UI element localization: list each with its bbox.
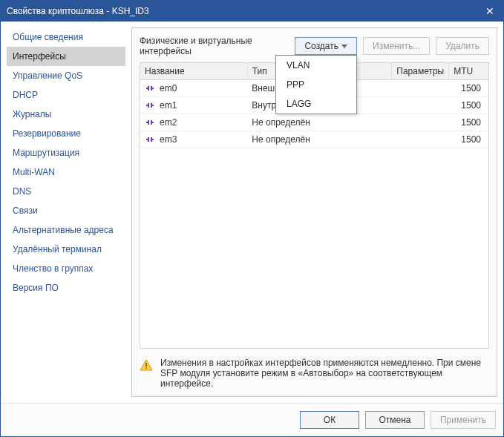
dialog-body: Общие сведения Интерфейсы Управление QoS…	[1, 22, 503, 403]
section-label: Физические и виртуальные интерфейсы	[140, 36, 289, 56]
content-panel: Физические и виртуальные интерфейсы Созд…	[131, 27, 497, 397]
iface-name: em2	[160, 117, 177, 128]
col-header-name[interactable]: Название	[140, 63, 247, 80]
menu-item-vlan[interactable]: VLAN	[276, 56, 356, 75]
iface-type: Не определён	[247, 114, 321, 131]
sidebar-item-routing[interactable]: Маршрутизация	[7, 143, 125, 162]
table-row[interactable]: em3 Не определён 1500	[140, 131, 488, 148]
sidebar-item-qos[interactable]: Управление QoS	[7, 66, 125, 85]
iface-name: em1	[160, 100, 177, 111]
sidebar-item-backup[interactable]: Резервирование	[7, 124, 125, 143]
sidebar-item-groups[interactable]: Членство в группах	[7, 259, 125, 278]
iface-type: Не определён	[247, 131, 321, 148]
iface-name: em3	[160, 134, 177, 145]
iface-params	[392, 80, 449, 97]
toolbar: Физические и виртуальные интерфейсы Созд…	[140, 36, 489, 56]
iface-mtu: 1500	[449, 80, 488, 97]
col-header-mtu[interactable]: MTU	[449, 63, 488, 80]
iface-mtu: 1500	[449, 114, 488, 131]
sidebar-item-version[interactable]: Версия ПО	[7, 278, 125, 298]
table-row[interactable]: em2 Не определён 1500	[140, 114, 488, 131]
sidebar-item-interfaces[interactable]: Интерфейсы	[7, 47, 125, 66]
iface-name: em0	[160, 83, 177, 93]
sidebar-item-dns[interactable]: DNS	[7, 182, 125, 201]
sidebar-item-alt-addresses[interactable]: Альтернативные адреса	[7, 220, 125, 240]
iface-mtu: 1500	[449, 131, 488, 148]
col-header-params[interactable]: Параметры	[392, 63, 449, 80]
delete-button-label: Удалить	[445, 41, 480, 51]
network-interface-icon	[145, 119, 155, 126]
chevron-down-icon	[341, 45, 347, 48]
notice: Изменения в настройках интерфейсов приме…	[140, 355, 489, 389]
close-icon: ✕	[485, 6, 494, 16]
sidebar-item-general[interactable]: Общие сведения	[7, 27, 125, 47]
titlebar: Свойства криптошлюза - KSH_ID3 ✕	[1, 1, 503, 22]
dialog-window: Свойства криптошлюза - KSH_ID3 ✕ Общие с…	[0, 0, 504, 437]
svg-rect-0	[145, 363, 147, 367]
edit-button-label: Изменить...	[373, 41, 420, 51]
edit-button: Изменить...	[363, 37, 430, 55]
network-interface-icon	[145, 85, 155, 92]
sidebar-item-remote-terminal[interactable]: Удалённый терминал	[7, 240, 125, 259]
iface-cell: em0	[145, 83, 243, 93]
menu-item-lagg[interactable]: LAGG	[276, 94, 356, 114]
warning-icon	[140, 359, 153, 371]
iface-params	[392, 97, 449, 114]
cancel-button[interactable]: Отмена	[365, 411, 425, 429]
iface-addr	[321, 131, 392, 148]
menu-item-ppp[interactable]: PPP	[276, 75, 356, 94]
create-button[interactable]: Создать	[295, 37, 357, 55]
iface-mtu: 1500	[449, 97, 488, 114]
sidebar-item-logs[interactable]: Журналы	[7, 105, 125, 124]
iface-cell: em2	[145, 117, 243, 128]
iface-params	[392, 114, 449, 131]
dialog-footer: ОК Отмена Применить	[1, 403, 503, 436]
create-dropdown: VLAN PPP LAGG	[275, 55, 357, 114]
window-title: Свойства криптошлюза - KSH_ID3	[7, 6, 482, 16]
ok-button[interactable]: ОК	[300, 411, 359, 429]
iface-cell: em3	[145, 134, 243, 145]
delete-button: Удалить	[436, 37, 489, 55]
close-button[interactable]: ✕	[482, 4, 497, 19]
iface-addr	[321, 114, 392, 131]
notice-text: Изменения в настройках интерфейсов приме…	[160, 358, 489, 389]
network-interface-icon	[145, 102, 155, 109]
iface-params	[392, 131, 449, 148]
svg-rect-1	[145, 367, 147, 369]
sidebar-item-multiwan[interactable]: Multi-WAN	[7, 162, 125, 182]
sidebar: Общие сведения Интерфейсы Управление QoS…	[7, 27, 125, 397]
network-interface-icon	[145, 136, 155, 143]
iface-cell: em1	[145, 100, 243, 111]
create-button-label: Создать	[304, 41, 338, 51]
sidebar-item-dhcp[interactable]: DHCP	[7, 85, 125, 105]
apply-button: Применить	[431, 411, 496, 429]
sidebar-item-links[interactable]: Связи	[7, 201, 125, 220]
